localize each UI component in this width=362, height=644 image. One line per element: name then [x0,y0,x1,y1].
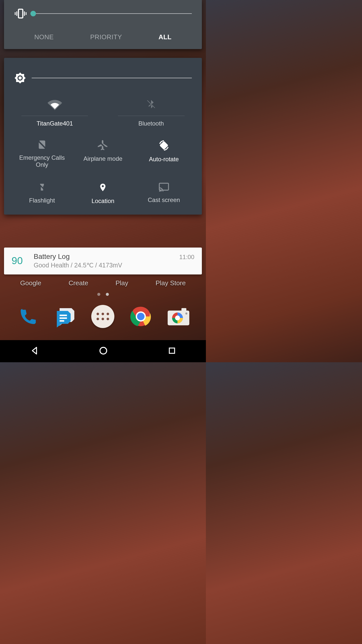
tile-location[interactable]: Location [75,181,131,205]
svg-rect-4 [26,12,26,15]
notification-text: Good Health / 24.5℃ / 4173mV [34,262,172,269]
svg-rect-3 [24,11,25,16]
navigation-bar [0,340,206,362]
tile-flashlight[interactable]: Flashlight [14,181,70,205]
autorotate-icon [157,139,171,152]
phone-icon [17,306,37,327]
messages-icon [54,305,76,328]
svg-rect-1 [16,11,17,16]
notification-time: 11:00 [179,254,194,261]
home-icon [98,346,108,356]
svg-rect-17 [60,320,64,322]
home-label: Create [69,279,88,287]
tile-bluetooth-label: Bluetooth [139,120,164,127]
location-icon [98,181,107,193]
cast-icon [157,181,170,192]
home-label: Google [20,279,41,287]
svg-rect-2 [15,12,16,15]
notification-badge: 90 [12,255,27,266]
tile-wifi[interactable]: TitanGate401 [14,98,96,127]
dock-chrome[interactable] [129,304,153,329]
svg-rect-13 [159,183,168,190]
notification-body: Battery Log Good Health / 24.5℃ / 4173mV [34,253,172,269]
app-drawer-icon [91,305,114,328]
tile-flashlight-label: Flashlight [29,197,55,204]
back-icon [29,346,39,356]
brightness-row [14,72,192,84]
camera-icon [167,306,190,327]
svg-rect-0 [18,9,23,18]
dock-app-drawer[interactable] [91,304,115,329]
page-dot[interactable] [97,293,100,296]
volume-row [4,6,202,26]
svg-point-14 [159,190,160,192]
wifi-icon [47,98,62,110]
recent-icon [167,346,176,355]
tab-priority[interactable]: PRIORITY [90,33,122,41]
tile-location-label: Location [92,197,114,205]
nav-back[interactable] [29,346,39,357]
brightness-slider[interactable] [32,78,192,78]
tab-all[interactable]: ALL [158,33,171,41]
tile-cast-label: Cast screen [148,196,180,204]
home-label: Play [115,279,128,287]
dock-messages[interactable] [53,304,77,329]
svg-rect-16 [60,317,67,319]
volume-slider[interactable] [33,13,192,14]
airplane-off-icon [97,139,109,151]
chrome-icon [130,306,151,327]
page-dot[interactable] [106,293,109,296]
svg-rect-15 [60,315,67,316]
svg-marker-5 [15,72,26,84]
svg-rect-22 [182,308,187,311]
tile-airplane-label: Airplane mode [83,155,122,162]
volume-slider-thumb[interactable] [30,11,36,16]
home-label: Play Store [156,279,186,287]
svg-point-26 [100,347,107,354]
interruption-tabs: NONE PRIORITY ALL [4,26,202,49]
page-indicator [97,293,109,296]
dock [0,304,206,329]
tab-none[interactable]: NONE [34,33,54,41]
svg-point-25 [175,315,180,320]
nav-recent[interactable] [167,346,176,356]
brightness-icon [14,72,30,84]
tile-bluetooth[interactable]: Bluetooth [111,98,192,127]
dock-camera[interactable] [166,304,191,329]
tile-airplane[interactable]: Airplane mode [75,139,131,168]
dock-phone[interactable] [15,304,39,329]
svg-point-23 [185,312,187,314]
tile-cellular[interactable]: Emergency Calls Only [14,139,70,168]
tile-autorotate-label: Auto-rotate [149,156,179,163]
volume-panel: NONE PRIORITY ALL [4,0,202,49]
tile-wifi-label: TitanGate401 [36,120,73,127]
svg-rect-27 [169,348,174,353]
nav-home[interactable] [98,346,108,357]
tile-cast[interactable]: Cast screen [136,181,192,205]
bluetooth-off-icon [146,98,156,110]
notification-title: Battery Log [34,253,172,261]
sim-off-icon [36,139,48,150]
tile-autorotate[interactable]: Auto-rotate [136,139,192,168]
quick-settings-panel: TitanGate401 Bluetooth Emergency Calls O… [4,58,202,215]
notification-card[interactable]: 90 Battery Log Good Health / 24.5℃ / 417… [4,248,202,274]
home-folder-labels: Google Create Play Play Store [0,279,206,287]
tile-cellular-label: Emergency Calls Only [14,154,70,168]
flashlight-off-icon [37,181,47,193]
